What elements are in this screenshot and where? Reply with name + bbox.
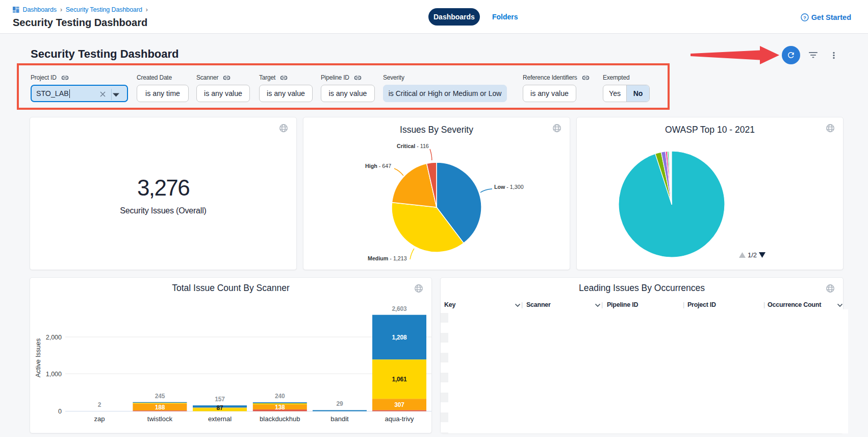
svg-text:Critical - 116: Critical - 116 [397, 143, 429, 149]
svg-text:aqua-trivy: aqua-trivy [385, 415, 414, 423]
svg-text:?: ? [803, 15, 806, 20]
svg-text:blackduckhub: blackduckhub [260, 415, 300, 423]
svg-text:zap: zap [94, 415, 105, 423]
svg-text:external: external [208, 415, 232, 423]
svg-text:307: 307 [394, 401, 404, 408]
svg-text:Active Issues: Active Issues [34, 338, 42, 377]
svg-text:1,000: 1,000 [46, 371, 62, 378]
svg-text:1,208: 1,208 [392, 334, 407, 341]
svg-text:29: 29 [337, 400, 343, 407]
svg-text:2: 2 [98, 401, 101, 408]
svg-text:87: 87 [217, 404, 223, 411]
svg-text:2,000: 2,000 [46, 334, 62, 341]
svg-text:0: 0 [58, 408, 62, 415]
svg-text:High - 647: High - 647 [365, 163, 391, 169]
svg-text:138: 138 [275, 404, 285, 411]
svg-text:2,603: 2,603 [392, 305, 407, 312]
svg-text:245: 245 [155, 393, 165, 400]
svg-text:Medium - 1,213: Medium - 1,213 [368, 255, 407, 261]
svg-text:188: 188 [155, 404, 165, 411]
svg-text:bandit: bandit [330, 415, 349, 423]
svg-text:twistlock: twistlock [147, 415, 173, 423]
svg-text:Low - 1,300: Low - 1,300 [494, 184, 524, 190]
svg-text:240: 240 [275, 393, 285, 400]
svg-text:157: 157 [215, 396, 225, 403]
svg-text:1,061: 1,061 [392, 376, 407, 383]
